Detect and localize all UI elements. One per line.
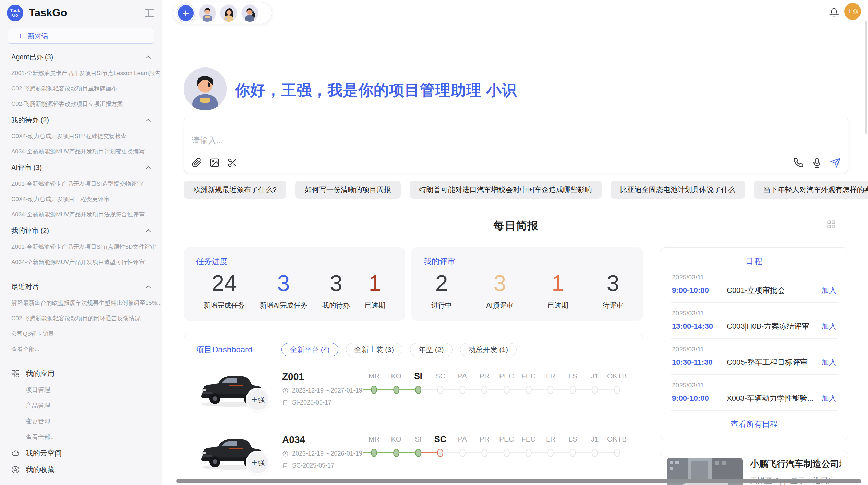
input-toolbar bbox=[192, 158, 841, 168]
sidebar-item[interactable]: A034-全新新能源MUV产品开发项目计划变更类编写 bbox=[0, 144, 162, 159]
join-link[interactable]: 加入 bbox=[821, 357, 836, 368]
app-sub-item[interactable]: 项目管理 bbox=[0, 382, 162, 398]
microphone-icon[interactable] bbox=[812, 158, 822, 168]
sidebar-item[interactable]: Z001-全新燃油轻卡产品开发项目SI节点属性5D文件评审 bbox=[0, 239, 162, 254]
project-dates: 2023-12-19 ~ 2027-01-19 bbox=[282, 387, 363, 394]
milestone-dot bbox=[459, 386, 466, 394]
app-sub-item[interactable]: 产品管理 bbox=[0, 398, 162, 413]
sidebar-item-favorites[interactable]: 我的收藏 bbox=[0, 461, 162, 478]
sidebar-collapse-icon[interactable] bbox=[145, 9, 154, 17]
sidebar-section-header[interactable]: 我的待办 (2) bbox=[0, 112, 162, 128]
recent-chat-item[interactable]: 查看全部... bbox=[0, 341, 162, 357]
sidebar-item[interactable]: C02-飞腾新能源轻客改款项目立项汇报方案 bbox=[0, 96, 162, 112]
dashboard-tab[interactable]: 全新上装 (3) bbox=[346, 343, 403, 356]
sidebar-item[interactable]: A034-全新新能源MUV产品开发项目造型可行性评审 bbox=[0, 254, 162, 270]
sidebar-item[interactable]: C02-飞腾新能源轻客改款项目里程碑画布 bbox=[0, 81, 162, 96]
milestone-label: OKTB bbox=[606, 370, 628, 382]
project-dates: 2023-12-19 ~ 2026-01-19 bbox=[282, 450, 363, 457]
horizontal-scrollbar[interactable] bbox=[176, 479, 861, 483]
agent-avatar-1[interactable] bbox=[199, 4, 216, 22]
sidebar-item[interactable]: A034-全新新能源MUV产品开发项目法规符合性评审 bbox=[0, 207, 162, 222]
chevron-up-icon bbox=[145, 118, 152, 122]
project-row[interactable]: 王强Z0012023-12-19 ~ 2027-01-19SI-2025-05-… bbox=[196, 366, 631, 419]
app-sub-item[interactable]: 变更管理 bbox=[0, 413, 162, 429]
phone-icon[interactable] bbox=[793, 158, 804, 168]
agent-avatar-3[interactable] bbox=[241, 4, 258, 22]
sidebar-section-title: 我的待办 (2) bbox=[11, 115, 145, 125]
milestone-dot bbox=[592, 386, 598, 394]
briefing-content: 任务进度24新增完成任务3新增AI完成任务3我的待办1已逾期我的评审2进行中3A… bbox=[184, 247, 848, 485]
dashboard-tab[interactable]: 动总开发 (1) bbox=[460, 343, 517, 356]
project-code: A034 bbox=[282, 434, 363, 445]
app-root: Task Go TaskGo + 新对话 Agent已办 (3)Z001-全新燃… bbox=[0, 0, 868, 485]
suggestion-chip[interactable]: 比亚迪全固态电池计划具体说了什么 bbox=[611, 181, 745, 199]
sidebar-item[interactable]: Z001-全新燃油皮卡产品开发项目SI节点Lesson Learn报告 bbox=[0, 65, 162, 81]
chevron-up-icon bbox=[145, 55, 152, 59]
sidebar-item-cloud-space[interactable]: 我的云空间 bbox=[0, 445, 162, 461]
stat-value: 3 bbox=[603, 268, 623, 299]
milestone-dot bbox=[459, 449, 466, 457]
milestone-dot bbox=[614, 449, 620, 457]
add-agent-button[interactable]: + bbox=[177, 4, 195, 22]
milestone-label: PR bbox=[473, 370, 495, 382]
sidebar-section-header[interactable]: 我的评审 (2) bbox=[0, 222, 162, 239]
stat-card: 我的评审2进行中3AI预评审1已逾期3待评审 bbox=[411, 247, 643, 321]
project-rows: 王强Z0012023-12-19 ~ 2027-01-19SI-2025-05-… bbox=[196, 366, 631, 482]
stat-value: 3 bbox=[260, 268, 308, 299]
sidebar-item-my-apps[interactable]: 我的应用 bbox=[0, 365, 162, 382]
agent-avatar-2[interactable] bbox=[220, 4, 237, 22]
new-chat-button[interactable]: + 新对话 bbox=[8, 28, 154, 44]
recent-chats-header[interactable]: 最近对话 bbox=[0, 278, 162, 295]
greeting-text: 你好，王强，我是你的项目管理助理 小识 bbox=[235, 80, 517, 100]
suggestion-chip[interactable]: 当下年轻人对汽车外观有怎样的喜好趋势 bbox=[754, 181, 868, 199]
stat-card-title: 我的评审 bbox=[424, 256, 631, 267]
send-icon[interactable] bbox=[830, 158, 841, 168]
vertical-scrollbar[interactable] bbox=[865, 21, 867, 134]
milestone-label: OKTB bbox=[606, 433, 628, 445]
stat-card: 任务进度24新增完成任务3新增AI完成任务3我的待办1已逾期 bbox=[184, 247, 405, 321]
sidebar: Task Go TaskGo + 新对话 Agent已办 (3)Z001-全新燃… bbox=[0, 0, 162, 485]
app-sub-item[interactable]: 查看全部.. bbox=[0, 429, 162, 445]
dashboard-tab[interactable]: 年型 (2) bbox=[410, 343, 453, 356]
scissors-icon[interactable] bbox=[227, 158, 238, 168]
notification-bell-icon[interactable] bbox=[829, 8, 839, 17]
milestone-label: J1 bbox=[584, 370, 606, 382]
stat-value: 2 bbox=[431, 268, 452, 299]
recent-chat-item[interactable]: 解释最新出台的欧盟报废车法规再生塑料比例被调至15%... bbox=[0, 295, 162, 311]
join-link[interactable]: 加入 bbox=[821, 285, 836, 296]
sidebar-item[interactable]: Z001-全新燃油轻卡产品开发项目SI造型提交物评审 bbox=[0, 176, 162, 191]
layout-grid-icon[interactable] bbox=[827, 220, 836, 229]
milestone-label: PEC bbox=[495, 433, 517, 445]
join-link[interactable]: 加入 bbox=[821, 321, 836, 332]
milestone-dot bbox=[570, 386, 576, 394]
milestone-dot bbox=[415, 449, 421, 457]
milestone-label: SC bbox=[429, 370, 451, 382]
user-avatar[interactable]: 王强 bbox=[844, 3, 861, 20]
attachment-icon[interactable] bbox=[192, 158, 202, 168]
sidebar-section-header[interactable]: AI评审 (3) bbox=[0, 159, 162, 176]
suggestion-chip[interactable]: 如何写一份清晰的项目周报 bbox=[295, 181, 401, 199]
sidebar-section-header[interactable]: Agent已办 (3) bbox=[0, 49, 162, 65]
suggestion-chip[interactable]: 欧洲新规最近颁布了什么? bbox=[184, 181, 286, 199]
chat-input[interactable] bbox=[192, 123, 841, 158]
schedule-entry: 2025/03/1113:00-14:30C003|H0B-方案冻结评审加入 bbox=[671, 303, 838, 339]
milestone-label: FEC bbox=[518, 370, 540, 382]
cloud-icon bbox=[11, 449, 20, 457]
flag-icon bbox=[282, 462, 289, 469]
milestone-label: PR bbox=[473, 433, 495, 445]
view-all-schedule-link[interactable]: 查看所有日程 bbox=[660, 411, 848, 430]
project-row[interactable]: 王强A0342023-12-19 ~ 2026-01-19SC-2025-05-… bbox=[196, 429, 631, 482]
suggestion-chip[interactable]: 特朗普可能对进口汽车增税会对中国车企造成哪些影响 bbox=[410, 181, 602, 199]
recent-chat-item[interactable]: C02-飞腾新能源轻客改款项目的闭环通告反馈情况 bbox=[0, 311, 162, 326]
chat-input-card bbox=[184, 117, 848, 173]
sidebar-item[interactable]: C0X4-动力总成开发项目SI里程碑提交物检查 bbox=[0, 128, 162, 144]
suggestion-chips: 欧洲新规最近颁布了什么?如何写一份清晰的项目周报特朗普可能对进口汽车增税会对中国… bbox=[184, 181, 868, 199]
dashboard-tab[interactable]: 全新平台 (4) bbox=[281, 343, 338, 356]
briefing-left-column: 任务进度24新增完成任务3新增AI完成任务3我的待办1已逾期我的评审2进行中3A… bbox=[184, 247, 643, 485]
stat: 1已逾期 bbox=[548, 268, 568, 310]
join-link[interactable]: 加入 bbox=[821, 393, 836, 403]
image-icon[interactable] bbox=[209, 158, 220, 168]
recent-chat-item[interactable]: 公司Q3轻卡销量 bbox=[0, 326, 162, 341]
sidebar-section-title: AI评审 (3) bbox=[11, 163, 145, 172]
sidebar-item[interactable]: C0X4-动力总成开发项目工程变更评审 bbox=[0, 191, 162, 207]
